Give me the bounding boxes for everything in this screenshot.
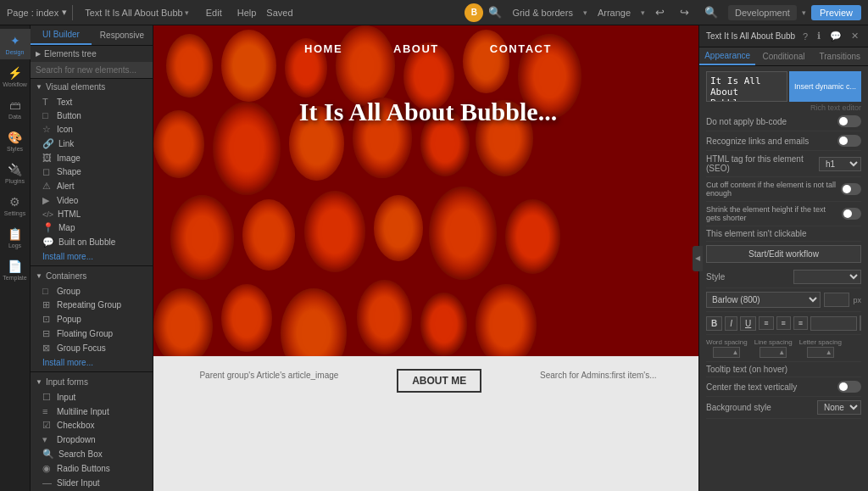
element-repeating-group[interactable]: ⊞ Repeating Group: [31, 298, 153, 312]
center-vertically-row: Center the text vertically: [706, 377, 861, 397]
containers-header[interactable]: ▼ Containers: [31, 268, 153, 284]
redo-button[interactable]: ↪: [675, 4, 694, 20]
arrange-button[interactable]: Arrange: [593, 6, 636, 20]
insert-dynamic-button[interactable]: Insert dynamic c...: [789, 71, 861, 102]
element-built-on-bubble[interactable]: 💬 Built on Bubble: [31, 235, 153, 249]
sidebar-icon-styles[interactable]: 🎨 Styles: [0, 126, 31, 156]
element-link[interactable]: 🔗 Link: [31, 137, 153, 151]
element-html[interactable]: </> HTML: [31, 208, 153, 220]
element-image[interactable]: 🖼 Image: [31, 151, 153, 165]
align-center-button[interactable]: ≡: [776, 316, 791, 330]
tab-appearance[interactable]: Appearance: [699, 47, 755, 65]
sidebar-icon-logs[interactable]: 📋 Logs: [0, 222, 31, 253]
center-vertically-toggle[interactable]: [837, 381, 861, 393]
input-forms-header[interactable]: ▼ Input forms: [31, 374, 153, 390]
help-button[interactable]: Help: [232, 6, 262, 20]
element-checkbox[interactable]: ☑ Checkbox: [31, 418, 153, 432]
element-input[interactable]: ☐ Input: [31, 390, 153, 405]
visual-elements-header[interactable]: ▼ Visual elements: [31, 79, 153, 95]
edit-button[interactable]: Edit: [201, 6, 227, 20]
element-radio-buttons[interactable]: ◉ Radio Buttons: [31, 461, 153, 476]
nav-about[interactable]: ABOUT: [393, 42, 439, 55]
text-content-input[interactable]: It Is All About Bubble...: [706, 71, 787, 102]
color-hex-input[interactable]: #FFFFFF: [810, 316, 857, 331]
element-alert[interactable]: ⚠ Alert: [31, 179, 153, 193]
sidebar-icon-templates[interactable]: 📄 Template: [0, 254, 31, 285]
element-search-box[interactable]: 🔍 Search Box: [31, 447, 153, 461]
letter-spacing-up[interactable]: ▲: [825, 349, 833, 356]
website-preview[interactable]: HOME ABOUT CONTACT It Is All About Bubbl…: [153, 25, 703, 491]
shrink-toggle[interactable]: [842, 208, 861, 220]
panel-close-button[interactable]: ✕: [849, 30, 861, 42]
canvas-area: HOME ABOUT CONTACT It Is All About Bubbl…: [153, 25, 868, 491]
page-dropdown-icon[interactable]: ▾: [62, 7, 67, 18]
tab-responsive[interactable]: Responsive: [92, 25, 153, 45]
element-video[interactable]: ▶ Video: [31, 193, 153, 208]
italic-button[interactable]: I: [725, 316, 737, 331]
font-size-input[interactable]: 50: [824, 293, 849, 307]
line-spacing-up[interactable]: ▲: [777, 349, 786, 356]
nav-home[interactable]: HOME: [304, 42, 342, 55]
install-more-containers[interactable]: Install more...: [31, 355, 153, 370]
element-button[interactable]: □ Button: [31, 109, 153, 122]
word-spacing-label: Word spacing: [706, 338, 748, 346]
align-right-button[interactable]: ≡: [793, 316, 808, 330]
element-slider-input[interactable]: — Slider Input: [31, 476, 153, 489]
panel-collapse-handle[interactable]: ◀: [693, 246, 703, 271]
letter-spacing-input[interactable]: 0: [808, 348, 825, 357]
bb-code-toggle[interactable]: [837, 115, 861, 127]
bb-code-toggle-row: Do not apply bb-code: [706, 112, 861, 131]
element-group[interactable]: □ Group: [31, 284, 153, 298]
links-toggle[interactable]: [837, 135, 861, 147]
align-left-button[interactable]: ≡: [759, 316, 773, 330]
sidebar-icon-data[interactable]: 🗃 Data: [0, 93, 31, 124]
preview-button[interactable]: Preview: [811, 5, 861, 20]
links-label: Recognize links and emails: [706, 137, 809, 146]
word-spacing-input[interactable]: 0: [714, 348, 731, 357]
html-tag-select[interactable]: h1h2h3pspan: [819, 157, 861, 171]
element-multiline-input[interactable]: ≡ Multiline Input: [31, 405, 153, 418]
element-text[interactable]: T Text: [31, 95, 153, 109]
panel-help-button[interactable]: ?: [800, 30, 810, 42]
sidebar-icon-plugins[interactable]: 🔌 Plugins: [0, 158, 31, 188]
search-pages-button[interactable]: 🔍: [699, 4, 723, 20]
site-hero: HOME ABOUT CONTACT It Is All About Bubbl…: [153, 25, 703, 356]
underline-button[interactable]: U: [740, 316, 756, 331]
elements-tree-header[interactable]: ▶ Elements tree: [31, 46, 153, 62]
nav-contact[interactable]: CONTACT: [490, 42, 552, 55]
file-dropdown-icon[interactable]: ▾: [185, 8, 189, 17]
search-elements-input[interactable]: [31, 62, 153, 79]
element-dropdown[interactable]: ▾ Dropdown: [31, 432, 153, 447]
element-group-focus[interactable]: ⊠ Group Focus: [31, 341, 153, 355]
search-icon-top[interactable]: 🔍: [488, 6, 502, 19]
color-swatch[interactable]: [860, 315, 861, 331]
workflow-button[interactable]: Start/Edit workflow: [706, 245, 861, 263]
panel-comment-button[interactable]: 💬: [827, 30, 844, 42]
line-spacing-input[interactable]: 1.3: [760, 348, 777, 357]
bg-style-label: Background style: [706, 403, 771, 412]
install-more-visual[interactable]: Install more...: [31, 249, 153, 264]
undo-button[interactable]: ↩: [650, 4, 670, 20]
development-button[interactable]: Development: [728, 5, 797, 20]
tab-conditional[interactable]: Conditional: [755, 47, 811, 65]
word-spacing-up[interactable]: ▲: [731, 349, 739, 356]
tab-ui-builder[interactable]: UI Builder: [31, 25, 92, 45]
bg-style-select[interactable]: None: [817, 400, 861, 415]
sidebar-icon-workflow[interactable]: ⚡ Workflow: [0, 61, 31, 92]
bb-code-label: Do not apply bb-code: [706, 117, 787, 126]
cut-off-toggle[interactable]: [841, 183, 861, 195]
element-popup[interactable]: ⊡ Popup: [31, 312, 153, 326]
sidebar-icon-design[interactable]: ✦ Design: [0, 29, 31, 59]
font-select[interactable]: Barlow (800): [706, 292, 821, 308]
tab-transitions[interactable]: Transitions: [812, 47, 868, 65]
element-shape[interactable]: ◻ Shape: [31, 165, 153, 179]
panel-info-button[interactable]: ℹ: [815, 30, 823, 42]
element-floating-group[interactable]: ⊟ Floating Group: [31, 326, 153, 341]
tooltip-row: Tooltip text (on hover): [706, 362, 861, 377]
bold-button[interactable]: B: [706, 316, 722, 331]
element-icon[interactable]: ☆ Icon: [31, 122, 153, 137]
sidebar-icon-settings[interactable]: ⚙ Settings: [0, 190, 31, 220]
grid-borders-button[interactable]: Grid & borders: [507, 6, 578, 20]
style-select[interactable]: [793, 270, 861, 284]
element-map[interactable]: 📍 Map: [31, 220, 153, 235]
